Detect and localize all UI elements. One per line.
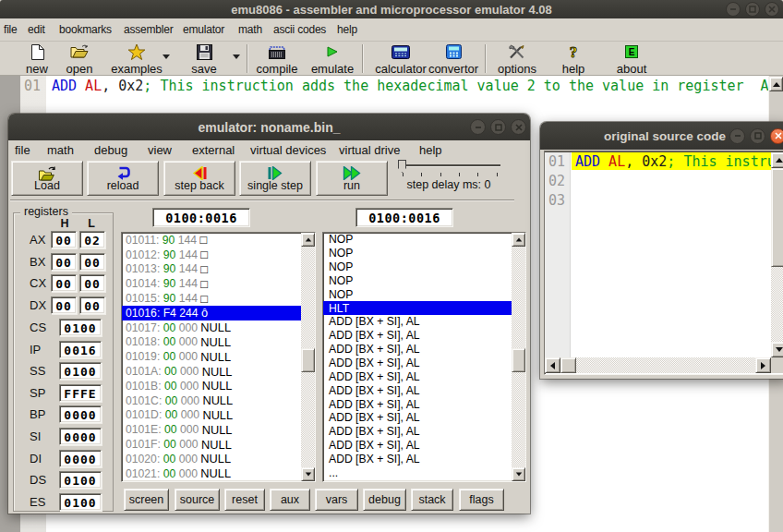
disassembly-address-box[interactable]: 0100:0016: [355, 208, 453, 227]
emulator-close-button[interactable]: [511, 119, 526, 135]
scroll-down-button[interactable]: [512, 467, 525, 481]
emulator-menu-item[interactable]: virtual drive: [339, 143, 400, 157]
memory-row[interactable]: 01014: 90 144 □: [122, 276, 301, 291]
source-close-button[interactable]: [770, 128, 783, 144]
scroll-thumb[interactable]: [560, 357, 576, 373]
register-ip[interactable]: 0016: [59, 341, 102, 358]
source-titlebar[interactable]: original source code: [540, 122, 783, 150]
register-es[interactable]: 0100: [59, 493, 102, 511]
step-delay-slider-thumb[interactable]: [398, 160, 406, 173]
memory-row[interactable]: 0101F: 00 000 NULL: [122, 437, 301, 452]
disassembly-row[interactable]: ...: [323, 466, 512, 479]
register-si[interactable]: 0000: [59, 428, 102, 445]
disassembly-row[interactable]: ADD [BX + SI], AL: [323, 425, 512, 439]
disassembly-scrollbar[interactable]: [512, 233, 525, 481]
disassembly-row[interactable]: NOP: [323, 233, 512, 247]
main-menu-item[interactable]: file: [4, 23, 18, 36]
scroll-up-button[interactable]: [301, 233, 315, 247]
emulator-menu-item[interactable]: external: [192, 143, 235, 157]
scroll-right-button[interactable]: [755, 357, 771, 373]
emulator-menu-item[interactable]: virtual devices: [250, 143, 326, 157]
step-delay-slider-track[interactable]: [403, 164, 500, 167]
disassembly-row[interactable]: ADD [BX + SI], AL: [323, 357, 512, 370]
register-bx-l[interactable]: 00: [79, 253, 105, 271]
memory-row[interactable]: 0101D: 00 000 NULL: [122, 408, 301, 423]
emulator-menu-item[interactable]: debug: [94, 143, 127, 157]
memory-row[interactable]: 0101A: 00 000 NULL: [122, 364, 301, 379]
memory-address-box[interactable]: 0100:0016: [152, 208, 250, 227]
memory-row[interactable]: 0101E: 00 000 NULL: [122, 422, 301, 437]
main-menu-item[interactable]: bookmarks: [59, 23, 112, 36]
reset-button[interactable]: reset: [224, 489, 265, 511]
toolbar-save-button[interactable]: save: [181, 42, 227, 76]
main-menu-item[interactable]: edit: [28, 23, 45, 36]
memory-row[interactable]: 01015: 90 144 □: [122, 291, 301, 306]
toolbar-compile-button[interactable]: compile: [249, 42, 305, 76]
register-ss[interactable]: 0100: [59, 362, 102, 380]
source-editor[interactable]: 01 02 03 ADD AL, 0x2; This instruction a…: [544, 151, 783, 375]
emulator-menu-item[interactable]: view: [148, 143, 172, 157]
disassembly-list[interactable]: NOPNOPNOPNOPNOPHLTADD [BX + SI], ALADD […: [322, 232, 526, 482]
register-bx-h[interactable]: 00: [51, 253, 77, 271]
disassembly-row[interactable]: ADD [BX + SI], AL: [323, 315, 512, 329]
disassembly-row[interactable]: ADD [BX + SI], AL: [323, 369, 512, 383]
register-cx-l[interactable]: 00: [79, 274, 105, 292]
scroll-up-button[interactable]: [771, 152, 783, 168]
toolbar-open-button[interactable]: open: [56, 42, 102, 76]
main-minimize-button[interactable]: [726, 2, 741, 17]
toolbar-help-button[interactable]: ? help: [550, 42, 596, 76]
memory-row[interactable]: 01013: 90 144 □: [122, 262, 301, 277]
emulator-maximize-button[interactable]: [490, 119, 506, 135]
emulator-menu-item[interactable]: help: [419, 143, 442, 157]
memory-row[interactable]: 0101B: 00 000 NULL: [122, 379, 301, 393]
memory-row[interactable]: 01019: 00 000 NULL: [122, 349, 301, 364]
scroll-up-button[interactable]: [512, 233, 525, 247]
emulator-minimize-button[interactable]: [470, 119, 486, 135]
source-button[interactable]: source: [175, 489, 220, 511]
emulator-titlebar[interactable]: emulator: noname.bin_: [8, 114, 530, 140]
disassembly-row[interactable]: ADD [BX + SI], AL: [323, 439, 512, 453]
scroll-track[interactable]: [560, 357, 755, 373]
toolbar-new-button[interactable]: new: [14, 42, 60, 76]
register-cx-h[interactable]: 00: [51, 274, 77, 292]
disassembly-row[interactable]: NOP: [323, 287, 512, 301]
toolbar-emulate-button[interactable]: emulate: [305, 42, 360, 76]
flags-button[interactable]: flags: [459, 489, 504, 511]
source-minimize-button[interactable]: [729, 128, 745, 144]
load-button[interactable]: Load: [11, 161, 83, 196]
reload-button[interactable]: reload: [87, 161, 159, 196]
single-step-button[interactable]: single step: [239, 161, 311, 196]
save-dropdown-arrow[interactable]: [233, 54, 240, 59]
main-menu-item[interactable]: emulator: [183, 23, 224, 36]
memory-row[interactable]: 0101C: 00 000 NULL: [122, 393, 301, 408]
vars-button[interactable]: vars: [315, 489, 358, 511]
register-bp[interactable]: 0000: [59, 405, 102, 423]
memory-row[interactable]: 01016: F4 244 ô: [122, 306, 301, 320]
memory-row[interactable]: 01012: 90 144 □: [122, 248, 301, 262]
register-dx-h[interactable]: 00: [51, 296, 77, 314]
source-maximize-button[interactable]: [750, 128, 765, 144]
memory-row[interactable]: 01017: 00 000 NULL: [122, 320, 301, 335]
register-cs[interactable]: 0100: [59, 319, 102, 336]
source-vertical-scrollbar[interactable]: [771, 152, 783, 357]
scroll-left-button[interactable]: [545, 357, 560, 373]
memory-row[interactable]: 01018: 00 000 NULL: [122, 335, 301, 350]
toolbar-convertor-button[interactable]: convertor: [421, 42, 486, 76]
source-horizontal-scrollbar[interactable]: [545, 357, 771, 373]
aux-button[interactable]: aux: [270, 489, 310, 511]
disassembly-row[interactable]: NOP: [323, 260, 512, 274]
register-ax-h[interactable]: 00: [51, 231, 77, 248]
debug-button[interactable]: debug: [363, 489, 406, 511]
main-menu-item[interactable]: assembler: [124, 23, 174, 36]
disassembly-row[interactable]: HLT: [323, 301, 512, 315]
emulator-menu-item[interactable]: file: [15, 143, 30, 157]
memory-row[interactable]: 01011: 90 144 □: [122, 233, 301, 248]
memory-row[interactable]: 01021: 00 000 NULL: [122, 466, 301, 481]
register-dx-l[interactable]: 00: [79, 296, 105, 314]
scroll-thumb[interactable]: [301, 348, 315, 372]
scroll-thumb[interactable]: [771, 168, 783, 267]
register-di[interactable]: 0000: [59, 450, 102, 467]
main-close-button[interactable]: [765, 2, 779, 17]
step-back-button[interactable]: step back: [163, 161, 235, 196]
run-button[interactable]: run: [316, 161, 388, 196]
